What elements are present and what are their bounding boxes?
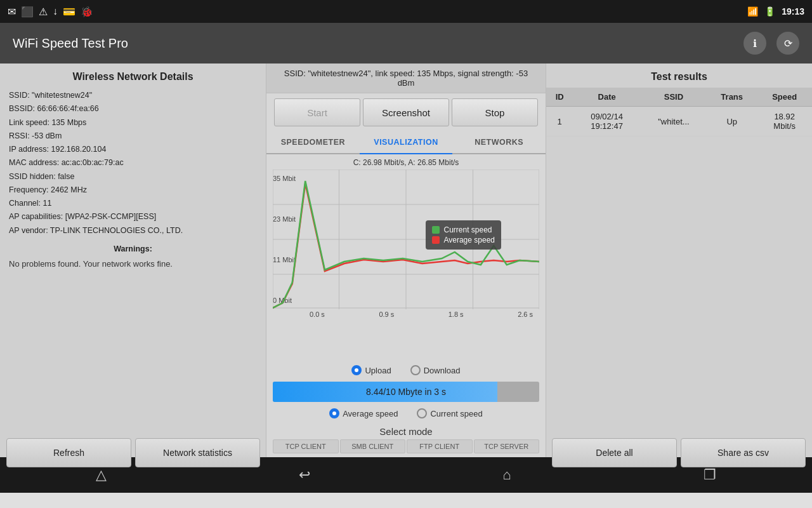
chart-with-yaxis: 35 Mbit 23 Mbit 11 Mbit 0 Mbit xyxy=(273,170,539,309)
download-label: Download xyxy=(424,366,461,375)
average-speed-dot xyxy=(432,236,440,244)
app-bar: WiFi Speed Test Pro ℹ ⟳ xyxy=(0,23,812,64)
main-content: Wireless Network Details SSID: "whitetes… xyxy=(0,64,812,457)
cell-id: 1 xyxy=(546,107,573,137)
chart-container: Current speed Average speed xyxy=(273,170,539,309)
mode-tab-tcp-client[interactable]: TCP CLIENT xyxy=(273,439,339,453)
tooltip-average-row: Average speed xyxy=(432,236,495,244)
chart-tooltip: Current speed Average speed xyxy=(426,220,501,250)
warnings-label: Warnings: xyxy=(9,243,257,256)
wifi-icon: 📶 xyxy=(747,6,758,17)
mode-tab-ftp-client[interactable]: FTP CLIENT xyxy=(407,439,473,453)
average-speed-radio[interactable] xyxy=(329,408,339,418)
speed-select-row: Average speed Current speed xyxy=(266,404,546,422)
start-button[interactable]: Start xyxy=(274,98,360,126)
tooltip-current-row: Current speed xyxy=(432,225,495,234)
alert-icon: ⚠ xyxy=(39,6,48,18)
ssid-value: SSID: "whitetestnew24" xyxy=(9,89,257,102)
link-speed-value: Link speed: 135 Mbps xyxy=(9,116,257,130)
download-radio-circle[interactable] xyxy=(410,365,421,375)
right-panel: Test results ID Date SSID Trans Speed 1 … xyxy=(546,64,812,457)
nav-back-icon[interactable]: ↩ xyxy=(299,467,310,483)
col-header-trans: Trans xyxy=(707,88,757,107)
screenshot-button[interactable]: Screenshot xyxy=(363,98,449,126)
cell-ssid: "whitet... xyxy=(641,107,707,137)
info-button[interactable]: ℹ xyxy=(743,32,766,55)
center-panel: SSID: "whitetestnew24", link speed: 135 … xyxy=(266,64,546,457)
left-panel: Wireless Network Details SSID: "whitetes… xyxy=(0,64,266,457)
frequency-value: Frequency: 2462 MHz xyxy=(9,184,257,197)
average-speed-label: Average speed xyxy=(343,409,398,418)
tab-speedometer[interactable]: SPEEDOMETER xyxy=(266,131,360,153)
bssid-value: BSSID: 66:66:66:4f:ea:66 xyxy=(9,102,257,116)
col-header-ssid: SSID xyxy=(641,88,707,107)
ap-capabilities-value: AP capabilities: [WPA2-PSK-CCMP][ESS] xyxy=(9,210,257,224)
ip-address-value: IP address: 192.168.20.104 xyxy=(9,143,257,156)
download-icon: ↓ xyxy=(53,6,58,17)
cell-trans: Up xyxy=(707,107,757,137)
network-details: SSID: "whitetestnew24" BSSID: 66:66:66:4… xyxy=(9,89,257,271)
clock: 19:13 xyxy=(782,6,804,17)
upload-download-radio-row: Upload Download xyxy=(266,361,546,379)
x-label-18: 1.8 s xyxy=(449,311,464,318)
tooltip-current-label: Current speed xyxy=(443,225,492,234)
test-results-title: Test results xyxy=(546,64,812,88)
download-radio-item[interactable]: Download xyxy=(410,365,461,375)
stop-button[interactable]: Stop xyxy=(452,98,538,126)
cell-speed: 18.92Mbit/s xyxy=(757,107,812,137)
action-buttons-row: Start Screenshot Stop xyxy=(266,93,546,131)
tab-visualization[interactable]: VISUALIZATION xyxy=(360,131,453,154)
current-speed-dot xyxy=(432,226,440,234)
wallet-icon: 💳 xyxy=(63,6,75,18)
message-icon: ✉ xyxy=(8,6,16,18)
visualization-tabs: SPEEDOMETER VISUALIZATION NETWORKS xyxy=(266,131,546,154)
nav-home-icon[interactable]: ⌂ xyxy=(502,467,511,483)
chart-area: C: 26.98 Mbit/s, A: 26.85 Mbit/s 35 Mbit… xyxy=(266,154,546,361)
results-table: ID Date SSID Trans Speed 1 09/02/1419:12… xyxy=(546,88,812,137)
ssid-hidden-value: SSID hidden: false xyxy=(9,170,257,184)
progress-bar-container: 8.44/10 Mbyte in 3 s xyxy=(273,382,539,402)
app-bar-icons: ℹ ⟳ xyxy=(743,32,799,55)
refresh-button[interactable]: Refresh xyxy=(6,438,131,467)
x-label-09: 0.9 s xyxy=(379,311,394,318)
rssi-value: RSSI: -53 dBm xyxy=(9,130,257,143)
average-speed-radio-item[interactable]: Average speed xyxy=(329,408,398,418)
right-bottom-buttons: Delete all Share as csv xyxy=(546,433,812,472)
app-title: WiFi Speed Test Pro xyxy=(13,36,128,51)
select-mode-label: Select mode xyxy=(266,422,546,439)
delete-all-button[interactable]: Delete all xyxy=(552,438,677,467)
network-statistics-button[interactable]: Network statistics xyxy=(135,438,260,467)
table-header-row: ID Date SSID Trans Speed xyxy=(546,88,812,107)
col-header-date: Date xyxy=(573,88,640,107)
battery-icon: 🔋 xyxy=(764,6,775,17)
settings-button[interactable]: ⟳ xyxy=(776,32,799,55)
status-bar: ✉ ⬛ ⚠ ↓ 💳 🐞 📶 🔋 19:13 xyxy=(0,0,812,23)
tab-networks[interactable]: NETWORKS xyxy=(452,131,546,153)
chart-x-labels: 0.0 s 0.9 s 1.8 s 2.6 s xyxy=(273,309,539,318)
upload-radio-circle[interactable] xyxy=(351,365,362,375)
current-speed-radio[interactable] xyxy=(417,408,427,418)
x-label-0: 0.0 s xyxy=(310,311,325,318)
ap-vendor-value: AP vendor: TP-LINK TECHNOLOGIES CO., LTD… xyxy=(9,224,257,237)
left-panel-title: Wireless Network Details xyxy=(9,71,257,83)
upload-label: Upload xyxy=(365,366,391,375)
current-speed-radio-item[interactable]: Current speed xyxy=(417,408,482,418)
col-header-speed: Speed xyxy=(757,88,812,107)
share-as-csv-button[interactable]: Share as csv xyxy=(681,438,806,467)
upload-radio-item[interactable]: Upload xyxy=(351,365,391,375)
x-label-26: 2.6 s xyxy=(518,311,533,318)
status-icons-left: ✉ ⬛ ⚠ ↓ 💳 🐞 xyxy=(8,6,93,18)
progress-bar-text: 8.44/10 Mbyte in 3 s xyxy=(273,382,539,402)
tooltip-average-label: Average speed xyxy=(443,236,495,244)
current-speed-label: Current speed xyxy=(430,409,482,418)
mac-address-value: MAC address: ac:ac:0b:ac:79:ac xyxy=(9,156,257,170)
left-bottom-buttons: Refresh Network statistics xyxy=(0,433,266,472)
table-row: 1 09/02/1419:12:47 "whitet... Up 18.92Mb… xyxy=(546,107,812,137)
mode-tab-tcp-server[interactable]: TCP SERVER xyxy=(474,439,540,453)
screen-icon: ⬛ xyxy=(21,6,34,18)
status-icons-right: 📶 🔋 19:13 xyxy=(747,6,804,17)
channel-value: Channel: 11 xyxy=(9,197,257,210)
mode-tab-smb-client[interactable]: SMB CLIENT xyxy=(340,439,406,453)
no-problems-text: No problems found. Your network works fi… xyxy=(9,257,257,271)
col-header-id: ID xyxy=(546,88,573,107)
